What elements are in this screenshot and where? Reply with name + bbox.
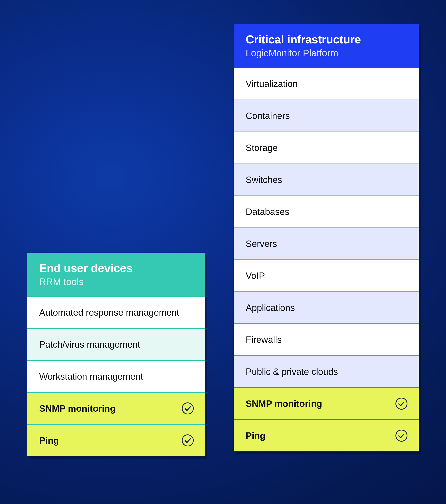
check-circle-icon [181, 434, 194, 447]
list-item-label: SNMP monitoring [39, 403, 116, 414]
end-user-devices-card: End user devices RRM tools Automated res… [27, 253, 205, 456]
list-item: Virtualization [234, 68, 419, 100]
list-item: SNMP monitoring [234, 387, 419, 419]
list-item-label: Firewalls [246, 334, 282, 346]
check-circle-icon [395, 429, 408, 442]
card-header: End user devices RRM tools [27, 253, 205, 296]
list-item: SNMP monitoring [27, 392, 205, 424]
list-item-label: Ping [246, 430, 265, 442]
list-item: Servers [234, 228, 419, 259]
list-item-label: VoIP [246, 270, 265, 282]
list-item-label: Containers [246, 110, 290, 122]
list-item-label: Automated response management [39, 307, 179, 319]
list-item: VoIP [234, 259, 419, 291]
list-item-label: SNMP monitoring [246, 398, 322, 410]
list-item: Storage [234, 131, 419, 163]
list-item-label: Patch/virus management [39, 339, 140, 350]
list-item-label: Ping [39, 435, 59, 446]
list-item: Public & private clouds [234, 356, 419, 387]
svg-point-2 [396, 398, 407, 409]
card-subtitle: LogicMonitor Platform [246, 47, 407, 59]
list-item: Containers [234, 100, 419, 131]
list-item: Workstation management [27, 360, 205, 392]
list-item: Automated response management [27, 296, 205, 328]
list-item: Applications [234, 291, 419, 324]
list-item: Switches [234, 163, 419, 196]
svg-point-3 [396, 430, 407, 441]
list-item-label: Virtualization [246, 78, 298, 90]
list-item: Databases [234, 196, 419, 228]
list-item: Firewalls [234, 324, 419, 356]
svg-point-0 [182, 403, 193, 414]
list-item: Patch/virus management [27, 328, 205, 360]
list-item-label: Applications [246, 302, 295, 314]
list-item-label: Servers [246, 238, 277, 250]
card-subtitle: RRM tools [39, 276, 193, 288]
card-header: Critical infrastructure LogicMonitor Pla… [234, 24, 419, 68]
list-item: Ping [27, 424, 205, 456]
card-title: Critical infrastructure [246, 33, 407, 46]
list-item-label: Storage [246, 142, 278, 154]
list-item: Ping [234, 419, 419, 451]
list-item-label: Public & private clouds [246, 366, 338, 378]
critical-infrastructure-card: Critical infrastructure LogicMonitor Pla… [234, 24, 419, 451]
list-item-label: Databases [246, 206, 289, 218]
svg-point-1 [182, 435, 193, 446]
list-item-label: Workstation management [39, 371, 143, 382]
card-title: End user devices [39, 262, 193, 275]
check-circle-icon [395, 397, 408, 410]
check-circle-icon [181, 402, 194, 415]
list-item-label: Switches [246, 174, 282, 186]
